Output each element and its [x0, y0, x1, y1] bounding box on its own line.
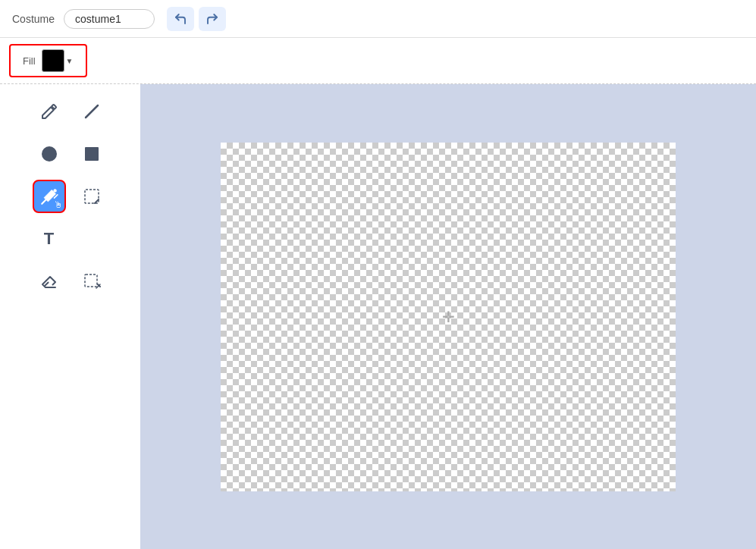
main-area: 🖱 T	[0, 83, 756, 549]
undo-button[interactable]	[167, 7, 194, 31]
toolbar: 🖱 T	[0, 84, 140, 549]
brush-icon	[40, 102, 58, 121]
svg-line-3	[42, 199, 45, 203]
ellipse-tool-button[interactable]	[33, 137, 66, 171]
marquee-select-icon	[83, 272, 101, 290]
text-tool-icon: T	[44, 229, 54, 249]
header: Costume	[0, 0, 756, 38]
eraser-icon	[40, 272, 58, 290]
eraser-tool-button[interactable]	[33, 265, 66, 298]
fill-bar: Fill ▼	[9, 44, 87, 77]
undo-redo-group	[167, 7, 226, 31]
ellipse-icon	[40, 145, 58, 163]
fill-swatch[interactable]	[42, 49, 64, 72]
line-icon	[83, 102, 101, 121]
text-tool-button[interactable]: T	[33, 222, 66, 256]
tool-row-5	[0, 263, 140, 300]
tool-row-2	[0, 136, 140, 172]
svg-rect-6	[85, 274, 97, 287]
drawing-canvas[interactable]: ✛	[221, 143, 676, 491]
undo-icon	[174, 12, 187, 26]
marquee-select-tool-button[interactable]	[75, 265, 108, 298]
rect-icon	[83, 145, 101, 163]
brush-tool-button[interactable]	[33, 95, 66, 128]
line-tool-button[interactable]	[75, 95, 108, 128]
costume-label: Costume	[12, 13, 55, 25]
fill-label: Fill	[23, 55, 36, 67]
select-tool-button[interactable]	[75, 180, 108, 213]
svg-point-4	[53, 189, 56, 192]
tool-row-3: 🖱	[0, 178, 140, 215]
fill-tool-button[interactable]: 🖱	[33, 180, 66, 213]
tool-row-4: T	[0, 221, 140, 257]
canvas-area[interactable]: ✛	[140, 84, 756, 549]
redo-icon	[205, 12, 219, 26]
tool-row-1	[0, 93, 140, 130]
costume-name-input[interactable]	[64, 9, 155, 29]
redo-button[interactable]	[199, 7, 226, 31]
cursor-indicator: 🖱	[54, 199, 63, 210]
svg-point-1	[42, 146, 57, 162]
svg-line-0	[86, 105, 98, 118]
svg-rect-2	[85, 147, 99, 161]
canvas-center-cross: ✛	[442, 308, 455, 326]
select-icon	[83, 187, 101, 205]
fill-color-selector[interactable]: ▼	[42, 49, 74, 72]
fill-dropdown-arrow[interactable]: ▼	[66, 57, 74, 65]
rect-tool-button[interactable]	[75, 137, 108, 171]
